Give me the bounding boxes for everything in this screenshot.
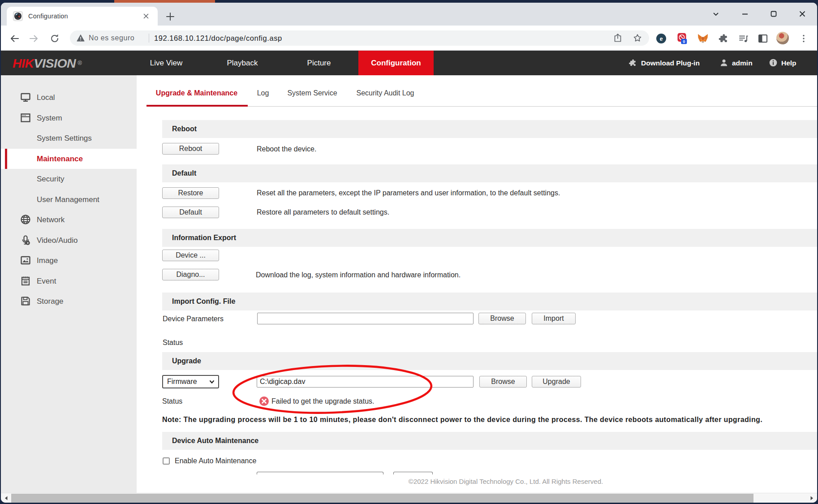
scroll-right-icon[interactable] — [808, 495, 815, 502]
clipped-select[interactable] — [393, 472, 433, 474]
nav-playback[interactable]: Playback — [227, 51, 258, 75]
user-menu[interactable]: admin — [719, 51, 753, 75]
user-name-label: admin — [732, 59, 753, 67]
upgrade-browse-button[interactable]: Browse — [479, 376, 527, 388]
section-title: Default — [172, 164, 196, 182]
nav-picture[interactable]: Picture — [307, 51, 331, 75]
section-information-export: Information Export — [162, 229, 817, 247]
extension-e-icon[interactable]: e — [655, 33, 667, 44]
hikvision-logo: HIKVISION® — [13, 51, 82, 75]
info-circle-icon — [769, 58, 778, 67]
browser-window: Configuration — [1, 3, 817, 503]
download-plugin-link[interactable]: Download Plug-in — [628, 51, 700, 75]
section-default: Default — [162, 164, 817, 182]
upgrade-button[interactable]: Upgrade — [532, 376, 581, 388]
extensions-puzzle-icon[interactable] — [718, 33, 729, 44]
svg-text:0: 0 — [683, 39, 685, 44]
help-label: Help — [781, 59, 796, 67]
site-header: HIKVISION® Live View Playback Picture Co… — [1, 51, 817, 75]
section-title: Device Auto Maintenance — [172, 432, 258, 450]
default-button[interactable]: Default — [162, 207, 219, 218]
active-tab-underline — [146, 105, 248, 107]
firmware-select[interactable]: Firmware — [162, 375, 219, 388]
browser-toolbar: No es seguro 192.168.10.121/doc/page/con… — [1, 26, 817, 51]
upgrade-status-label: Status — [162, 397, 182, 405]
url-text[interactable]: 192.168.10.121/doc/page/config.asp — [154, 30, 282, 46]
browser-menu-icon[interactable] — [798, 33, 809, 44]
tab-search-chevron-icon[interactable] — [710, 8, 722, 20]
copyright-footer: ©2022 Hikvision Digital Technology Co., … — [371, 478, 640, 485]
profile-avatar[interactable] — [776, 32, 789, 44]
media-playlist-icon[interactable] — [738, 33, 749, 44]
plugin-puzzle-icon — [628, 58, 637, 68]
restore-button[interactable]: Restore — [162, 187, 219, 199]
section-import-config: Import Config. File — [162, 293, 817, 310]
tab-upgrade-maintenance[interactable]: Upgrade & Maintenance — [156, 83, 237, 103]
device-export-button[interactable]: Device ... — [162, 250, 219, 261]
scrollbar-thumb[interactable] — [11, 494, 753, 503]
section-auto-maintenance: Device Auto Maintenance — [162, 432, 817, 450]
enable-auto-maintenance-checkbox[interactable] — [163, 457, 170, 465]
import-browse-button[interactable]: Browse — [478, 313, 526, 324]
section-reboot: Reboot — [162, 120, 817, 138]
upgrade-note: Note: The upgrading process will be 1 to… — [162, 416, 762, 424]
minimize-icon[interactable] — [739, 8, 751, 20]
tab-log[interactable]: Log — [257, 83, 269, 103]
nav-configuration[interactable]: Configuration — [358, 51, 434, 75]
download-plugin-label: Download Plug-in — [641, 59, 700, 67]
tab-security-audit-log[interactable]: Security Audit Log — [357, 83, 414, 103]
reboot-desc: Reboot the device. — [257, 145, 316, 153]
select-chevron-icon — [209, 379, 215, 385]
maximize-icon[interactable] — [767, 8, 780, 20]
window-controls — [1, 3, 817, 26]
not-secure-warning-icon[interactable] — [77, 34, 85, 42]
address-bar[interactable]: No es seguro 192.168.10.121/doc/page/con… — [70, 30, 649, 46]
enable-auto-maintenance-label: Enable Auto Maintenance — [175, 457, 256, 465]
page-content: Local System System Settings Maintenance… — [1, 75, 817, 493]
section-title: Reboot — [172, 120, 197, 138]
upgrade-status-message: Failed to get the upgrade status. — [271, 397, 374, 405]
device-parameters-label: Device Parameters — [163, 315, 224, 323]
error-cross-icon — [259, 396, 269, 406]
scroll-left-icon[interactable] — [3, 495, 10, 502]
firmware-file-input[interactable] — [257, 376, 474, 388]
user-person-icon — [719, 58, 728, 67]
bookmark-star-icon[interactable] — [632, 33, 643, 43]
device-parameters-input[interactable] — [257, 313, 474, 324]
main-panel: Upgrade & Maintenance Log System Service… — [1, 75, 817, 493]
side-panel-icon[interactable] — [757, 33, 769, 44]
back-icon[interactable] — [9, 33, 21, 44]
diagnose-export-button[interactable]: Diagno... — [162, 269, 219, 280]
firmware-select-value: Firmware — [167, 376, 197, 388]
section-title: Information Export — [172, 229, 236, 247]
restore-desc: Reset all the parameters, except the IP … — [257, 189, 560, 197]
help-link[interactable]: Help — [769, 51, 796, 75]
default-desc: Restore all parameters to default settin… — [257, 208, 389, 216]
share-icon[interactable] — [612, 33, 623, 43]
horizontal-scrollbar[interactable] — [1, 493, 817, 503]
omnibox-separator — [149, 34, 149, 43]
svg-text:e: e — [660, 35, 663, 42]
import-button[interactable]: Import — [532, 313, 576, 324]
tab-strip: Configuration — [1, 3, 817, 26]
nav-live-view[interactable]: Live View — [150, 51, 182, 75]
section-title: Upgrade — [172, 352, 201, 370]
window-close-icon[interactable] — [796, 8, 809, 20]
tab-system-service[interactable]: System Service — [287, 83, 337, 103]
section-title: Import Config. File — [172, 293, 235, 310]
security-label[interactable]: No es seguro — [89, 30, 134, 46]
forward-icon[interactable] — [28, 33, 39, 44]
reboot-button[interactable]: Reboot — [162, 143, 219, 155]
diagnose-desc: Download the log, system information and… — [256, 271, 461, 279]
import-status-label: Status — [163, 339, 183, 347]
section-upgrade: Upgrade — [162, 352, 817, 370]
extension-metamask-icon[interactable] — [697, 33, 709, 44]
extension-adblock-icon[interactable]: 0 — [676, 33, 688, 44]
clipped-input[interactable] — [257, 472, 383, 474]
reload-icon[interactable] — [49, 33, 60, 44]
